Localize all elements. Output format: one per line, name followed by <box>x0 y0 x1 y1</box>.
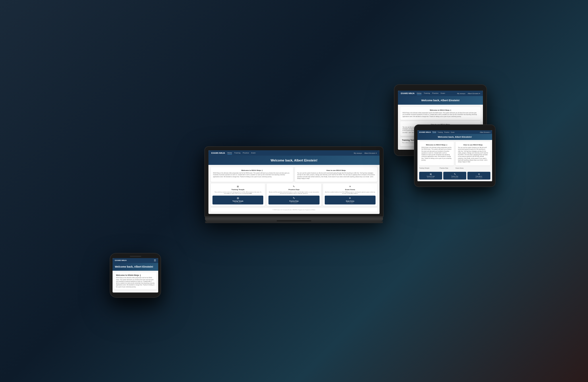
laptop-feature-exam-title: Exam Arena <box>325 189 376 190</box>
tablet-nav-user[interactable]: Albert Einstein ▾ <box>468 92 480 94</box>
small-tablet-outer: EXAMS NINJA Home Training Practice Exam … <box>415 125 495 186</box>
laptop-logo-exams: EXAMS NINJA <box>211 152 225 154</box>
small-tablet-screen: EXAMS NINJA Home Training Practice Exam … <box>417 130 492 181</box>
tablet-nav-home[interactable]: Home <box>417 92 421 95</box>
laptop-nav-home[interactable]: Home <box>227 151 232 155</box>
laptop-screen: EXAMS NINJA Home Training Practice Exam … <box>208 150 380 214</box>
laptop-base <box>205 216 383 221</box>
laptop-practice-progress: 0% Complete <box>270 202 318 203</box>
tablet-welcome-card: Welcome to NSAA Ninja :) NSAA Ninja is t… <box>400 107 481 120</box>
small-tablet-nav-training[interactable]: Training <box>438 131 443 133</box>
small-tablet-welcome-body: NSAA Ninja is the ultimate online prepar… <box>421 147 452 161</box>
small-tablet-top-cards: Welcome to NSAA Ninja :) NSAA Ninja is t… <box>419 142 490 165</box>
tablet-nav-exam[interactable]: Exam <box>441 92 445 95</box>
small-tablet-content: Welcome to NSAA Ninja :) NSAA Ninja is t… <box>417 140 492 181</box>
small-tablet-practice-progress: 0% Complete <box>445 177 465 178</box>
small-tablet-nav: EXAMS NINJA Home Training Practice Exam … <box>417 130 492 134</box>
mobile-device: EXAMS NINJA ☰ Welcome back, Albert Einst… <box>110 254 160 297</box>
laptop-feature-practice-title: Practice Dojo <box>268 189 319 190</box>
small-tablet-training-label: Training Temple <box>419 167 429 169</box>
tablet-nav-essays[interactable]: My essays <box>457 93 465 94</box>
laptop-features: ⊞ Training Temple This is all of our rev… <box>211 184 377 206</box>
tablet-logo-text: EXAMS NINJA <box>401 92 415 94</box>
small-tablet-device: EXAMS NINJA Home Training Practice Exam … <box>415 125 495 186</box>
small-tablet-cta-btns: ⊞ Training Temple 0% Complete ✎ Practice… <box>419 171 490 180</box>
small-tablet-nav-home[interactable]: Home <box>432 131 436 133</box>
laptop-feature-exam: ✕ Exam Arena And this is worked solution… <box>323 184 377 206</box>
mobile-welcome-title: Welcome to NSAA Ninja :) <box>116 274 155 276</box>
small-tablet-feature-icons: Training Temple Practice Dojo Exam Arena <box>419 167 490 169</box>
mobile-nav: EXAMS NINJA ☰ <box>113 258 158 263</box>
small-tablet-practice-icon: ✎ <box>445 173 465 176</box>
laptop-top-cards: Welcome to NSAA Ninja :) NSAA Ninja is t… <box>211 167 377 182</box>
laptop-training-btn-icon: ⊞ <box>214 197 262 200</box>
laptop-nav-right: My essays Albert Einstein ▾ <box>354 152 377 154</box>
tablet-welcome-title: Welcome to NSAA Ninja :) <box>403 109 478 111</box>
small-tablet-exam-label: Exam Arena <box>456 167 463 169</box>
laptop-nav-exam[interactable]: Exam <box>251 151 256 155</box>
mobile-content: Welcome to NSAA Ninja :) NSAA Ninja is t… <box>113 271 158 293</box>
tablet-nav: EXAMS NINJA Home Training Practice Exam … <box>398 91 483 96</box>
laptop-exam-btn-icon: ✕ <box>326 197 374 200</box>
laptop-foot <box>205 221 383 223</box>
laptop-feature-exam-body: And this is worked solutions for all the… <box>325 191 376 194</box>
small-tablet-logo: EXAMS NINJA <box>419 131 431 133</box>
small-tablet-exam-btn[interactable]: ✕ Exam Arena 0% Complete <box>467 172 490 180</box>
laptop-screen-outer: EXAMS NINJA Home Training Practice Exam … <box>205 147 383 216</box>
laptop-feature-training-body: This is all of our revision notes and st… <box>212 191 263 194</box>
laptop-nav-essays[interactable]: My essays <box>354 152 362 154</box>
scene: EXAMS NINJA Home Training Practice Exam … <box>93 62 495 320</box>
tablet-hero: Welcome back, Albert Einstein! <box>398 96 483 105</box>
tablet-nav-right: My essays Albert Einstein ▾ <box>457 92 480 94</box>
laptop-training-btn[interactable]: ⊞ Training Temple 0% Complete <box>212 196 263 204</box>
small-tablet-nav-user[interactable]: Albert Einstein ▾ <box>480 131 490 133</box>
laptop-nav-practice[interactable]: Practice <box>243 151 249 155</box>
small-tablet-howto-title: How to use NSAA Ninja <box>458 144 488 146</box>
small-tablet-howto-card: How to use NSAA Ninja You can use the sy… <box>456 142 490 165</box>
mobile-welcome-card: Welcome to NSAA Ninja :) NSAA Ninja is t… <box>114 272 156 290</box>
small-tablet-feature-titles: Training Temple Practice Dojo Exam Arena <box>419 167 463 169</box>
laptop-exam-progress: 0% Complete <box>326 202 374 203</box>
exam-icon: ✕ <box>325 185 376 188</box>
small-tablet-exam-progress: 0% Complete <box>469 177 489 178</box>
laptop-feature-practice: ✎ Practice Dojo Access to all the questi… <box>267 184 321 206</box>
tablet-welcome-body: NSAA Ninja is the ultimate online prepar… <box>403 112 478 118</box>
laptop-nav-links: Home Training Practice Exam <box>227 151 351 155</box>
laptop-welcome-card: Welcome to NSAA Ninja :) NSAA Ninja is t… <box>211 167 293 182</box>
tablet-nav-training[interactable]: Training <box>424 92 430 95</box>
tablet-nav-links: Home Training Practice Exam <box>417 92 455 95</box>
mobile-outer: EXAMS NINJA ☰ Welcome back, Albert Einst… <box>110 254 160 297</box>
laptop-feature-practice-body: Access to all the questions and worked s… <box>268 191 319 194</box>
mobile-hero: Welcome back, Albert Einstein! <box>113 263 158 271</box>
laptop-feature-training-title: Training Temple <box>212 189 263 190</box>
laptop-welcome-body: NSAA Ninja is the ultimate online prepar… <box>213 172 291 178</box>
laptop-howto-body: You can use the system however you like … <box>297 172 375 180</box>
laptop-footer-text: © 2020 Exams Ltd. Company Number: 083297… <box>272 209 316 211</box>
small-tablet-practice-btn[interactable]: ✎ Practice Dojo 0% Complete <box>443 172 466 180</box>
small-tablet-practice-label: Practice Dojo <box>440 167 448 169</box>
tablet-nav-practice[interactable]: Practice <box>432 92 438 95</box>
laptop-exam-btn[interactable]: ✕ Exam Arena 0% Complete <box>325 196 376 204</box>
mobile-welcome-body: NSAA Ninja is the ultimate online prepar… <box>116 277 155 288</box>
small-tablet-nav-exam[interactable]: Exam <box>451 131 454 133</box>
laptop-training-progress: 0% Complete <box>214 202 262 203</box>
laptop-device: EXAMS NINJA Home Training Practice Exam … <box>205 147 383 223</box>
laptop-howto-title: How to use NSAA Ninja <box>297 169 375 171</box>
tablet-logo: EXAMS NINJA <box>401 92 415 94</box>
small-tablet-training-progress: 0% Complete <box>421 177 440 178</box>
laptop-practice-btn-icon: ✎ <box>270 197 318 200</box>
small-tablet-howto-body: You can use the system however you like … <box>458 147 488 163</box>
laptop-nav-training[interactable]: Training <box>234 151 240 155</box>
small-tablet-training-btn[interactable]: ⊞ Training Temple 0% Complete <box>419 172 442 180</box>
laptop-nav: EXAMS NINJA Home Training Practice Exam … <box>208 150 380 156</box>
hamburger-icon[interactable]: ☰ <box>154 259 156 262</box>
laptop-practice-btn[interactable]: ✎ Practice Dojo 0% Complete <box>268 196 319 204</box>
mobile-hero-title: Welcome back, Albert Einstein! <box>115 265 156 269</box>
small-tablet-exam-icon: ✕ <box>469 173 489 176</box>
small-tablet-hero: Welcome back, Albert Einstein! <box>417 134 492 140</box>
laptop-howto-card: How to use NSAA Ninja You can use the sy… <box>295 167 377 182</box>
mobile-screen: EXAMS NINJA ☰ Welcome back, Albert Einst… <box>113 258 158 293</box>
small-tablet-welcome-title: Welcome to NSAA Ninja :) <box>421 144 452 146</box>
laptop-nav-user[interactable]: Albert Einstein ▾ <box>364 152 377 154</box>
small-tablet-nav-practice[interactable]: Practice <box>444 131 449 133</box>
